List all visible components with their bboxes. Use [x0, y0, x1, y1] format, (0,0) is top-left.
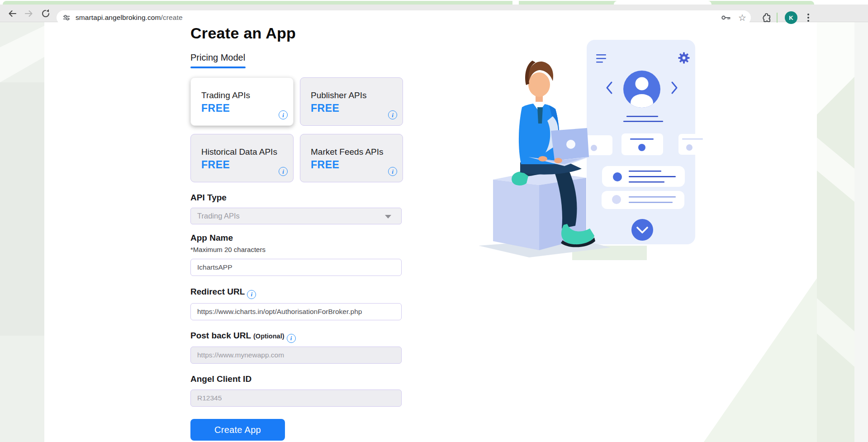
background-pattern-left	[0, 22, 44, 442]
browser-tab[interactable]	[614, 1, 711, 5]
card-title: Publisher APIs	[311, 90, 367, 100]
create-app-button[interactable]: Create App	[190, 419, 285, 441]
bookmark-star-icon[interactable]: ☆	[738, 13, 746, 22]
gear-icon	[678, 52, 690, 64]
tab-separator	[512, 1, 519, 5]
page-title: Create an App	[190, 24, 296, 42]
browser-toolbar: smartapi.angelbroking.com/create ☆ K	[0, 5, 868, 22]
card-price: FREE	[201, 159, 230, 171]
api-type-select[interactable]: Trading APIs	[190, 208, 402, 224]
extensions-button[interactable]	[760, 11, 773, 24]
info-icon[interactable]: i	[388, 110, 397, 119]
developer-illustration	[475, 34, 719, 260]
password-key-icon[interactable]	[720, 12, 732, 24]
profile-avatar[interactable]: K	[785, 11, 797, 24]
info-icon[interactable]: i	[279, 167, 288, 176]
card-title: Historical Data APIs	[201, 147, 277, 157]
back-arrow-icon	[7, 8, 18, 19]
client-id-label: Angel Client ID	[190, 374, 251, 384]
app-name-label: App Name	[190, 233, 233, 243]
url-bar[interactable]: smartapi.angelbroking.com/create ☆	[57, 10, 751, 25]
pricing-card-trading[interactable]: Trading APIs FREE i	[190, 77, 294, 126]
scroll-down-circle	[631, 219, 653, 241]
api-type-label: API Type	[190, 193, 227, 203]
forward-arrow-icon	[24, 8, 34, 19]
scrollbar-track[interactable]	[854, 22, 868, 442]
tune-icon	[62, 13, 71, 22]
puzzle-icon	[761, 12, 772, 24]
card-price: FREE	[201, 102, 230, 114]
info-icon[interactable]: i	[279, 110, 288, 119]
postback-url-input[interactable]	[190, 347, 402, 364]
info-icon[interactable]: i	[247, 290, 256, 299]
pricing-card-publisher[interactable]: Publisher APIs FREE i	[300, 77, 403, 126]
card-title: Trading APIs	[201, 90, 250, 100]
redirect-url-label: Redirect URLi	[190, 287, 256, 299]
url-text[interactable]: smartapi.angelbroking.com/create	[76, 14, 183, 22]
browser-menu-button[interactable]	[802, 12, 814, 24]
pricing-card-marketfeeds[interactable]: Market Feeds APIs FREE i	[300, 134, 403, 182]
tab-strip	[0, 0, 868, 5]
dropdown-caret-icon	[385, 215, 391, 219]
three-dot-icon	[807, 14, 809, 15]
pricing-card-historical[interactable]: Historical Data APIs FREE i	[190, 134, 294, 182]
card-price: FREE	[311, 102, 339, 114]
mockup-card-row	[583, 133, 714, 155]
reload-button[interactable]	[40, 8, 52, 19]
url-host: smartapi.angelbroking.com	[76, 14, 161, 21]
toolbar-divider	[777, 13, 778, 23]
api-type-value: Trading APIs	[197, 212, 240, 220]
url-path: /create	[161, 14, 183, 21]
app-name-input[interactable]	[190, 259, 402, 276]
site-info-button[interactable]	[61, 12, 72, 23]
forward-button[interactable]	[23, 8, 35, 19]
tab-pricing-model[interactable]: Pricing Model	[190, 52, 245, 63]
redirect-url-input[interactable]	[190, 303, 402, 320]
reload-icon	[40, 8, 51, 19]
back-button[interactable]	[6, 8, 18, 19]
app-mockup	[583, 40, 714, 244]
client-id-input[interactable]	[190, 390, 402, 407]
optional-tag: (Optional)	[253, 333, 284, 340]
info-icon[interactable]: i	[287, 334, 296, 343]
app-name-hint: *Maximum 20 characters	[190, 246, 266, 253]
tab-active-underline	[190, 67, 246, 68]
background-pattern-right	[817, 22, 854, 442]
browser-window: smartapi.angelbroking.com/create ☆ K	[0, 0, 868, 442]
postback-url-label: Post back URL (Optional)i	[190, 331, 296, 343]
card-price: FREE	[311, 159, 339, 171]
background-arrow-shape	[704, 278, 817, 442]
info-icon[interactable]: i	[388, 167, 397, 176]
card-title: Market Feeds APIs	[311, 147, 384, 157]
